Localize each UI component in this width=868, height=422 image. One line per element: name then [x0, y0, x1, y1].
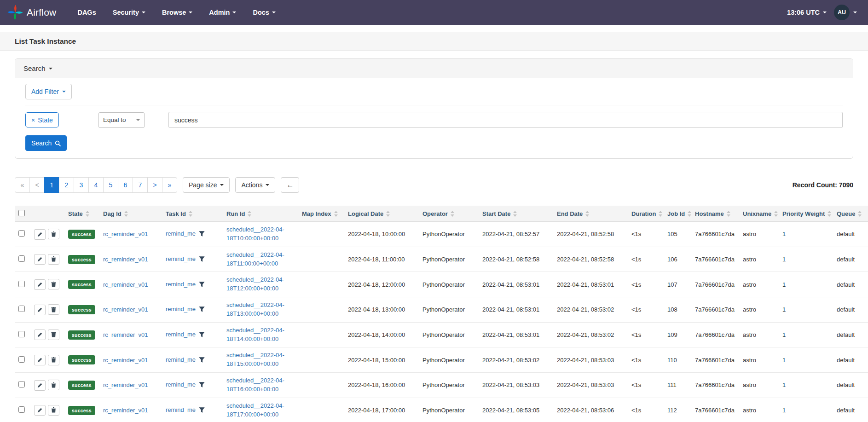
page-size-button[interactable]: Page size [183, 177, 230, 193]
edit-row-button[interactable] [34, 305, 46, 315]
run-id-link[interactable]: scheduled__2022-04-18T14:00:00+00:00 [226, 326, 295, 344]
delete-row-button[interactable] [48, 229, 59, 239]
filter-operator-select[interactable]: Equal to [98, 112, 145, 128]
dag-id-link[interactable]: rc_reminder_v01 [103, 231, 148, 237]
column-header-dag-id[interactable]: Dag Id [99, 206, 162, 222]
delete-row-button[interactable] [48, 279, 59, 289]
column-header-unixname[interactable]: Unixname [739, 206, 779, 222]
edit-row-button[interactable] [34, 355, 46, 365]
run-id-link[interactable]: scheduled__2022-04-18T16:00:00+00:00 [226, 376, 295, 394]
filter-icon[interactable] [199, 357, 205, 364]
run-id-link[interactable]: scheduled__2022-04-18T11:00:00+00:00 [226, 251, 295, 268]
edit-row-button[interactable] [34, 229, 46, 240]
edit-row-button[interactable] [34, 330, 46, 340]
page-7-button[interactable]: 7 [133, 177, 148, 193]
filter-icon[interactable] [199, 306, 205, 313]
select-all-checkbox[interactable] [18, 210, 25, 216]
delete-row-button[interactable] [48, 355, 59, 365]
task-id-link[interactable]: remind_me [166, 356, 196, 363]
page-2-button[interactable]: 2 [59, 177, 74, 193]
column-header-operator[interactable]: Operator [419, 206, 479, 222]
row-checkbox[interactable] [18, 406, 25, 413]
run-id-link[interactable]: scheduled__2022-04-18T12:00:00+00:00 [226, 276, 295, 293]
dag-id-link[interactable]: rc_reminder_v01 [103, 407, 148, 414]
user-menu[interactable]: AU [834, 5, 857, 20]
nav-item-browse[interactable]: Browse [162, 9, 192, 16]
task-id-link[interactable]: remind_me [166, 281, 196, 288]
remove-state-filter-button[interactable]: × State [25, 112, 59, 127]
add-filter-button[interactable]: Add Filter [25, 84, 72, 99]
filter-icon[interactable] [199, 282, 205, 289]
page-6-button[interactable]: 6 [118, 177, 133, 193]
column-header-logical-date[interactable]: Logical Date [344, 206, 419, 222]
row-checkbox[interactable] [18, 306, 25, 312]
run-id-link[interactable]: scheduled__2022-04-18T10:00:00+00:00 [226, 225, 295, 243]
filter-icon[interactable] [199, 256, 205, 263]
column-header-task-id[interactable]: Task Id [162, 206, 223, 222]
dag-id-link[interactable]: rc_reminder_v01 [103, 306, 148, 313]
clock-menu[interactable]: 13:06 UTC [787, 9, 827, 16]
dag-id-link[interactable]: rc_reminder_v01 [103, 281, 148, 288]
nav-item-admin[interactable]: Admin [209, 9, 236, 16]
delete-row-button[interactable] [48, 405, 59, 416]
column-header-state[interactable]: State [64, 206, 99, 222]
dag-id-link[interactable]: rc_reminder_v01 [103, 382, 148, 388]
column-header-end-date[interactable]: End Date [553, 206, 628, 222]
column-header-job-id[interactable]: Job Id [664, 206, 691, 222]
row-checkbox[interactable] [18, 230, 25, 237]
page-last-button[interactable]: » [162, 177, 177, 193]
search-panel-header[interactable]: Search [15, 59, 853, 78]
column-header-duration[interactable]: Duration [628, 206, 664, 222]
actions-button[interactable]: Actions [235, 177, 275, 193]
filter-icon[interactable] [199, 231, 205, 238]
edit-row-button[interactable] [34, 380, 46, 391]
row-checkbox[interactable] [18, 381, 25, 387]
page-3-button[interactable]: 3 [74, 177, 89, 193]
nav-item-security[interactable]: Security [113, 9, 145, 16]
airflow-brand[interactable]: Airflow [7, 5, 56, 20]
dag-id-link[interactable]: rc_reminder_v01 [103, 357, 148, 364]
page-1-button[interactable]: 1 [44, 177, 59, 193]
dag-id-link[interactable]: rc_reminder_v01 [103, 256, 148, 263]
row-checkbox[interactable] [18, 281, 25, 287]
delete-row-button[interactable] [48, 304, 59, 315]
back-button[interactable]: ← [281, 177, 299, 193]
column-header-run-id[interactable]: Run Id [223, 206, 298, 222]
delete-row-button[interactable] [48, 380, 59, 390]
edit-row-button[interactable] [34, 279, 46, 290]
page-first-button[interactable]: « [15, 177, 30, 193]
nav-item-docs[interactable]: Docs [253, 9, 275, 16]
filter-icon[interactable] [199, 332, 205, 339]
column-header-map-index[interactable]: Map Index [298, 206, 344, 222]
page-4-button[interactable]: 4 [88, 177, 104, 193]
row-checkbox[interactable] [18, 255, 25, 262]
edit-row-button[interactable] [34, 405, 46, 416]
column-header-hostname[interactable]: Hostname [691, 206, 739, 222]
run-id-link[interactable]: scheduled__2022-04-18T17:00:00+00:00 [226, 402, 295, 419]
run-id-link[interactable]: scheduled__2022-04-18T13:00:00+00:00 [226, 301, 295, 318]
dag-id-link[interactable]: rc_reminder_v01 [103, 331, 148, 338]
column-header-start-date[interactable]: Start Date [479, 206, 553, 222]
search-button[interactable]: Search [25, 135, 67, 151]
filter-icon[interactable] [199, 382, 205, 389]
task-id-link[interactable]: remind_me [166, 331, 196, 338]
row-checkbox[interactable] [18, 356, 25, 363]
filter-value-input[interactable] [168, 112, 843, 128]
page-5-button[interactable]: 5 [103, 177, 118, 193]
delete-row-button[interactable] [48, 330, 59, 340]
task-id-link[interactable]: remind_me [166, 381, 196, 388]
row-checkbox[interactable] [18, 331, 25, 337]
column-header-queue[interactable]: Queue [833, 206, 868, 222]
task-id-link[interactable]: remind_me [166, 230, 196, 237]
page-next-button[interactable]: > [147, 177, 162, 193]
run-id-link[interactable]: scheduled__2022-04-18T15:00:00+00:00 [226, 351, 295, 369]
filter-icon[interactable] [199, 407, 205, 414]
edit-row-button[interactable] [34, 254, 46, 265]
page-prev-button[interactable]: < [29, 177, 45, 193]
nav-item-dags[interactable]: DAGs [77, 9, 96, 16]
task-id-link[interactable]: remind_me [166, 306, 196, 312]
task-id-link[interactable]: remind_me [166, 406, 196, 413]
task-id-link[interactable]: remind_me [166, 255, 196, 262]
delete-row-button[interactable] [48, 254, 59, 265]
column-header-priority-weight[interactable]: Priority Weight [779, 206, 833, 222]
